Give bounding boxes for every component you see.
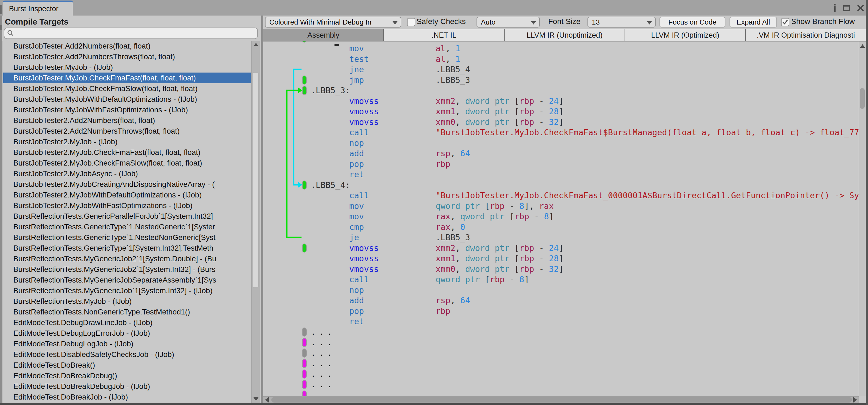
list-item[interactable]: BurstReflectionTests.NonGenericType.Test… <box>2 307 251 317</box>
compile-targets-list[interactable]: BurstJobTester.Add2Numbers(float, float)… <box>2 41 261 403</box>
code-line: ... <box>264 348 859 358</box>
list-item[interactable]: BurstJobTester.MyJobWithFastOptimization… <box>2 105 251 115</box>
collapsed-block-dots[interactable]: ... <box>311 348 335 358</box>
safety-checks-value: Auto <box>481 18 496 26</box>
block-marker <box>302 76 307 85</box>
collapsed-block-dots[interactable]: ... <box>311 327 335 337</box>
list-item[interactable]: BurstJobTester.MyJobWithDefaultOptimizat… <box>2 94 251 105</box>
list-item[interactable]: BurstReflectionTests.GenericType`1[Syste… <box>2 243 251 253</box>
list-item[interactable]: EditModeTest.DoBreakJob - (IJob) <box>2 392 251 402</box>
list-item[interactable]: BurstJobTester2.Add2NumbersThrows(float,… <box>2 126 251 136</box>
code-vertical-scrollbar[interactable] <box>859 41 866 396</box>
list-item[interactable]: BurstReflectionTests.MyJob - (IJob) <box>2 296 251 307</box>
list-item[interactable]: BurstReflectionTests.MyGenericJob2`1[Sys… <box>2 264 251 274</box>
show-branch-flow-checkbox[interactable] <box>781 18 789 26</box>
mnemonic: vmovss <box>349 264 379 274</box>
block-marker <box>302 41 307 42</box>
list-item[interactable]: EditModeTest.DoBreakDebugJob - (IJob) <box>2 381 251 392</box>
list-item[interactable]: BurstReflectionTests.MyGenericJob`1[Syst… <box>2 285 251 296</box>
focus-on-code-button[interactable]: Focus on Code <box>659 17 725 28</box>
safety-checks-checkbox[interactable] <box>407 18 415 26</box>
tab--net-il[interactable]: .NET IL <box>384 29 504 41</box>
list-item[interactable]: EditModeTest.DisabledSafetyChecksJob - (… <box>2 349 251 360</box>
operands: rbp <box>436 306 451 316</box>
tab--vm-ir-optimisation-diagnosti[interactable]: .VM IR Optimisation Diagnosti <box>746 29 866 41</box>
list-item[interactable]: EditModeTest.DoBreakDebug() <box>2 370 251 381</box>
search-box[interactable] <box>4 28 258 39</box>
kebab-menu-icon[interactable] <box>834 4 836 12</box>
block-marker <box>302 349 307 357</box>
list-item[interactable]: EditModeTest.DoBreak() <box>2 360 251 370</box>
scroll-up-arrow-icon[interactable] <box>860 44 865 48</box>
safety-checks-dropdown[interactable]: Auto <box>476 17 540 28</box>
list-item[interactable]: BurstJobTester2.MyJobAsync - (IJob) <box>2 168 251 179</box>
list-item[interactable]: EditModeTest.DebugLogJob - (IJob) <box>2 339 251 349</box>
scroll-left-arrow-icon[interactable] <box>265 397 269 403</box>
collapsed-block-dots[interactable]: ... <box>311 369 335 379</box>
mnemonic: je <box>349 232 359 243</box>
search-input[interactable] <box>14 29 257 37</box>
list-item[interactable]: BurstJobTester2.MyJobCreatingAndDisposin… <box>2 179 251 190</box>
list-item[interactable]: EditModeTest.DebugLogErrorJob - (IJob) <box>2 328 251 339</box>
mnemonic: vmovss <box>349 117 379 127</box>
list-item[interactable]: BurstJobTester.MyJob.CheckFmaSlow(float,… <box>2 83 251 94</box>
list-item[interactable]: BurstReflectionTests.GenericType`1.Neste… <box>2 222 251 232</box>
list-item[interactable]: BurstReflectionTests.MyGenericJobSeparat… <box>2 274 251 285</box>
operands: xmm0, dword ptr [rbp - 32] <box>436 117 564 127</box>
code-view-mode-dropdown[interactable]: Coloured With Minimal Debug In <box>265 17 401 28</box>
tab-llvm-ir-optimized-[interactable]: LLVM IR (Optimized) <box>625 29 746 41</box>
list-item[interactable]: BurstJobTester.MyJob - (IJob) <box>2 62 251 73</box>
code-line: callqword ptr [rbp - 8] <box>264 274 859 285</box>
window-tab-burst-inspector[interactable]: Burst Inspector <box>3 1 73 16</box>
list-item[interactable]: BurstReflectionTests.GenericParallelForJ… <box>2 211 251 222</box>
operands: xmm1, dword ptr [rbp - 28] <box>436 253 564 264</box>
list-item[interactable]: BurstJobTester2.Add2Numbers(float, float… <box>2 115 251 126</box>
list-item[interactable]: BurstJobTester.MyJob.CheckFmaFast(float,… <box>3 73 251 83</box>
collapsed-block-dots[interactable]: ... <box>311 390 335 397</box>
window-right-border <box>866 0 868 405</box>
close-icon[interactable] <box>857 4 864 11</box>
list-item[interactable]: EditModeTest.DebugDrawLineJob - (IJob) <box>2 317 251 328</box>
list-item[interactable]: BurstJobTester.Add2NumbersThrows(float, … <box>2 51 251 62</box>
maximize-icon[interactable] <box>843 5 850 11</box>
scroll-down-arrow-icon[interactable] <box>253 397 258 401</box>
list-item[interactable]: BurstReflectionTests.GenericType`1.Neste… <box>2 232 251 243</box>
operands: .LBB5_3 <box>436 75 470 85</box>
assembly-code-view[interactable]: moval, 1testal, 1jne.LBB5_4jmp.LBB5_3.LB… <box>264 41 859 396</box>
code-line: vmovssxmm2, dword ptr [rbp - 24] <box>264 243 859 253</box>
code-hscrollbar-thumb[interactable] <box>271 397 852 403</box>
code-line: ... <box>264 327 859 337</box>
collapsed-block-dots[interactable]: ... <box>311 337 335 348</box>
search-icon <box>7 30 14 37</box>
code-line: ret <box>264 169 859 180</box>
list-item[interactable]: BurstJobTester2.MyJob.CheckFmaFast(float… <box>2 147 251 157</box>
window-bottom-border <box>0 403 868 405</box>
scroll-right-arrow-icon[interactable] <box>853 397 857 403</box>
list-item[interactable]: BurstJobTester2.MyJobWithFastOptimizatio… <box>2 200 251 211</box>
list-item[interactable]: BurstJobTester2.MyJob.CheckFmaSlow(float… <box>2 157 251 168</box>
list-item[interactable]: BurstJobTester2.MyJobWithDefaultOptimiza… <box>2 190 251 200</box>
code-scrollbar-thumb[interactable] <box>860 88 865 109</box>
code-line: .LBB5_4: <box>264 180 859 191</box>
list-scrollbar-thumb[interactable] <box>253 72 259 288</box>
list-item[interactable]: BurstReflectionTests.MyGenericJob2`1[Sys… <box>2 253 251 264</box>
list-item[interactable]: BurstJobTester2.MyJob - (IJob) <box>2 136 251 147</box>
chevron-down-icon <box>393 21 398 25</box>
collapsed-block-dots[interactable]: ... <box>311 379 335 390</box>
list-vertical-scrollbar[interactable] <box>251 41 260 403</box>
font-size-dropdown[interactable]: 13 <box>587 17 656 28</box>
tab-llvm-ir-unoptimized-[interactable]: LLVM IR (Unoptimized) <box>505 29 625 41</box>
list-item[interactable]: BurstJobTester.Add2Numbers(float, float) <box>2 41 251 51</box>
tab-assembly[interactable]: Assembly <box>264 29 384 41</box>
mnemonic: cmp <box>349 222 364 232</box>
mnemonic: call <box>349 190 369 201</box>
expand-all-button[interactable]: Expand All <box>730 17 777 28</box>
operands: rbp <box>436 159 451 169</box>
code-line: call"BurstJobTester.MyJob.CheckFmaFast_0… <box>264 190 859 201</box>
operands: rsp, 64 <box>436 148 470 159</box>
operands: "BurstJobTester.MyJob.CheckFmaFast_00000… <box>436 190 859 201</box>
scroll-up-arrow-icon[interactable] <box>253 43 258 46</box>
collapsed-block-dots[interactable]: ... <box>311 358 335 369</box>
mnemonic: ret <box>349 169 364 180</box>
code-horizontal-scrollbar[interactable] <box>264 396 859 403</box>
